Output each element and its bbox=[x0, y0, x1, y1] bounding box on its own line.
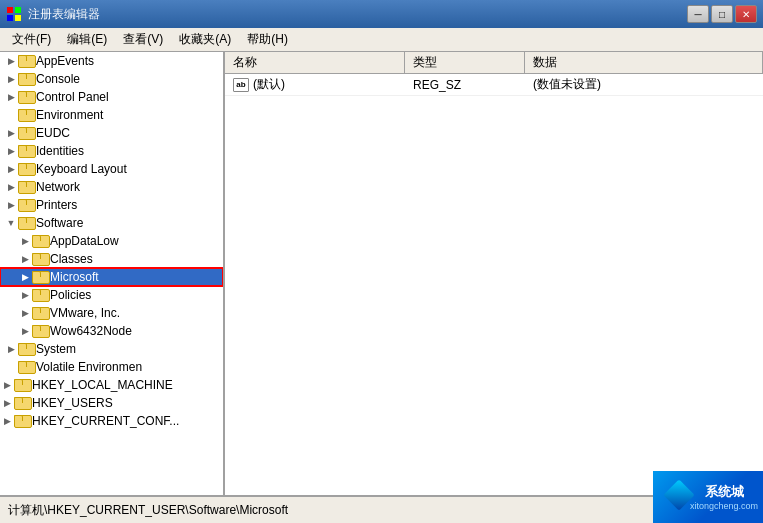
tree-item-eudc[interactable]: ▶ EUDC bbox=[0, 124, 223, 142]
tree-item-console[interactable]: ▶ Console bbox=[0, 70, 223, 88]
cell-name: ab (默认) bbox=[225, 74, 405, 95]
label-eudc: EUDC bbox=[36, 126, 70, 140]
toggle-identities[interactable]: ▶ bbox=[4, 144, 18, 158]
minimize-button[interactable]: ─ bbox=[687, 5, 709, 23]
toggle-hklm[interactable]: ▶ bbox=[0, 378, 14, 392]
folder-icon-keyboard-layout bbox=[18, 161, 34, 177]
table-row[interactable]: ab (默认) REG_SZ (数值未设置) bbox=[225, 74, 763, 96]
tree-item-keyboard-layout[interactable]: ▶ Keyboard Layout bbox=[0, 160, 223, 178]
toggle-printers[interactable]: ▶ bbox=[4, 198, 18, 212]
folder-icon-policies bbox=[32, 287, 48, 303]
folder-icon-software bbox=[18, 215, 34, 231]
folder-icon-printers bbox=[18, 197, 34, 213]
tree-item-vmware[interactable]: ▶ VMware, Inc. bbox=[0, 304, 223, 322]
menu-favorites[interactable]: 收藏夹(A) bbox=[171, 29, 239, 50]
folder-icon-wow6432node bbox=[32, 323, 48, 339]
folder-icon-system bbox=[18, 341, 34, 357]
label-system: System bbox=[36, 342, 76, 356]
menu-file[interactable]: 文件(F) bbox=[4, 29, 59, 50]
folder-icon-identities bbox=[18, 143, 34, 159]
toggle-appdatalow[interactable]: ▶ bbox=[18, 234, 32, 248]
tree-item-appevents[interactable]: ▶ AppEvents bbox=[0, 52, 223, 70]
label-volatile-env: Volatile Environmen bbox=[36, 360, 142, 374]
folder-icon-hku bbox=[14, 395, 30, 411]
toggle-hkcc[interactable]: ▶ bbox=[0, 414, 14, 428]
menu-bar: 文件(F) 编辑(E) 查看(V) 收藏夹(A) 帮助(H) bbox=[0, 28, 763, 52]
svg-rect-0 bbox=[7, 7, 13, 13]
tree-item-printers[interactable]: ▶ Printers bbox=[0, 196, 223, 214]
tree-item-software[interactable]: ▼ Software bbox=[0, 214, 223, 232]
toggle-appevents[interactable]: ▶ bbox=[4, 54, 18, 68]
toggle-keyboard-layout[interactable]: ▶ bbox=[4, 162, 18, 176]
folder-icon-microsoft bbox=[32, 269, 48, 285]
header-data: 数据 bbox=[525, 52, 763, 73]
label-appevents: AppEvents bbox=[36, 54, 94, 68]
toggle-console[interactable]: ▶ bbox=[4, 72, 18, 86]
toggle-eudc[interactable]: ▶ bbox=[4, 126, 18, 140]
cell-data: (数值未设置) bbox=[525, 74, 763, 95]
label-identities: Identities bbox=[36, 144, 84, 158]
toggle-control-panel[interactable]: ▶ bbox=[4, 90, 18, 104]
label-hkcc: HKEY_CURRENT_CONF... bbox=[32, 414, 179, 428]
svg-rect-3 bbox=[15, 15, 21, 21]
toggle-software[interactable]: ▼ bbox=[4, 216, 18, 230]
label-keyboard-layout: Keyboard Layout bbox=[36, 162, 127, 176]
close-button[interactable]: ✕ bbox=[735, 5, 757, 23]
label-printers: Printers bbox=[36, 198, 77, 212]
tree-item-volatile-env[interactable]: Volatile Environmen bbox=[0, 358, 223, 376]
tree-item-wow6432node[interactable]: ▶ Wow6432Node bbox=[0, 322, 223, 340]
folder-icon-appdatalow bbox=[32, 233, 48, 249]
registry-tree[interactable]: ▶ AppEvents ▶ Console ▶ Control Panel bbox=[0, 52, 225, 495]
tree-item-classes[interactable]: ▶ Classes bbox=[0, 250, 223, 268]
maximize-button[interactable]: □ bbox=[711, 5, 733, 23]
watermark-text: 系统城 bbox=[705, 483, 744, 501]
folder-icon-console bbox=[18, 71, 34, 87]
label-appdatalow: AppDataLow bbox=[50, 234, 119, 248]
menu-view[interactable]: 查看(V) bbox=[115, 29, 171, 50]
tree-item-hkcc[interactable]: ▶ HKEY_CURRENT_CONF... bbox=[0, 412, 223, 430]
label-environment: Environment bbox=[36, 108, 103, 122]
window-title: 注册表编辑器 bbox=[28, 6, 687, 23]
label-microsoft: Microsoft bbox=[50, 270, 99, 284]
tree-item-identities[interactable]: ▶ Identities bbox=[0, 142, 223, 160]
folder-icon-hkcc bbox=[14, 413, 30, 429]
tree-item-environment[interactable]: Environment bbox=[0, 106, 223, 124]
title-bar: 注册表编辑器 ─ □ ✕ bbox=[0, 0, 763, 28]
tree-item-network[interactable]: ▶ Network bbox=[0, 178, 223, 196]
folder-icon-appevents bbox=[18, 53, 34, 69]
main-layout: ▶ AppEvents ▶ Console ▶ Control Panel bbox=[0, 52, 763, 495]
toggle-wow6432node[interactable]: ▶ bbox=[18, 324, 32, 338]
tree-item-appdatalow[interactable]: ▶ AppDataLow bbox=[0, 232, 223, 250]
tree-item-control-panel[interactable]: ▶ Control Panel bbox=[0, 88, 223, 106]
status-text: 计算机\HKEY_CURRENT_USER\Software\Microsoft bbox=[8, 502, 288, 519]
tree-item-microsoft[interactable]: ▶ Microsoft bbox=[0, 268, 223, 286]
tree-item-policies[interactable]: ▶ Policies bbox=[0, 286, 223, 304]
folder-icon-vmware bbox=[32, 305, 48, 321]
toggle-policies[interactable]: ▶ bbox=[18, 288, 32, 302]
label-control-panel: Control Panel bbox=[36, 90, 109, 104]
watermark: 系统城 xitongcheng.com bbox=[653, 471, 763, 523]
toggle-microsoft[interactable]: ▶ bbox=[18, 270, 32, 284]
folder-icon-eudc bbox=[18, 125, 34, 141]
label-policies: Policies bbox=[50, 288, 91, 302]
folder-icon-control-panel bbox=[18, 89, 34, 105]
label-console: Console bbox=[36, 72, 80, 86]
folder-icon-environment bbox=[18, 107, 34, 123]
status-bar: 计算机\HKEY_CURRENT_USER\Software\Microsoft bbox=[0, 495, 763, 523]
table-header: 名称 类型 数据 bbox=[225, 52, 763, 74]
registry-values-pane: 名称 类型 数据 ab (默认) REG_SZ (数值未设置) bbox=[225, 52, 763, 495]
toggle-system[interactable]: ▶ bbox=[4, 342, 18, 356]
label-software: Software bbox=[36, 216, 83, 230]
toggle-classes[interactable]: ▶ bbox=[18, 252, 32, 266]
toggle-hku[interactable]: ▶ bbox=[0, 396, 14, 410]
folder-icon-volatile-env bbox=[18, 359, 34, 375]
toggle-vmware[interactable]: ▶ bbox=[18, 306, 32, 320]
toggle-network[interactable]: ▶ bbox=[4, 180, 18, 194]
label-wow6432node: Wow6432Node bbox=[50, 324, 132, 338]
header-name: 名称 bbox=[225, 52, 405, 73]
menu-help[interactable]: 帮助(H) bbox=[239, 29, 296, 50]
menu-edit[interactable]: 编辑(E) bbox=[59, 29, 115, 50]
tree-item-hklm[interactable]: ▶ HKEY_LOCAL_MACHINE bbox=[0, 376, 223, 394]
tree-item-system[interactable]: ▶ System bbox=[0, 340, 223, 358]
tree-item-hku[interactable]: ▶ HKEY_USERS bbox=[0, 394, 223, 412]
